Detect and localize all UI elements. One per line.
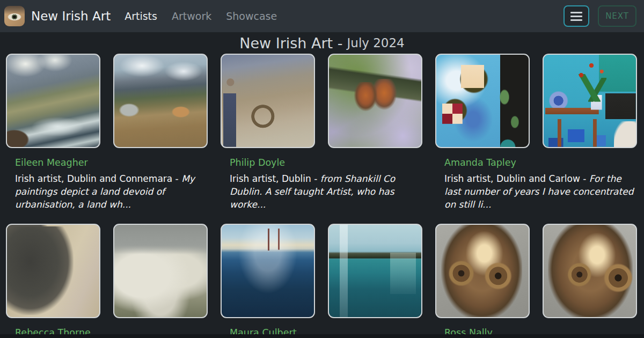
artist-location: Irish artist, Dublin -: [230, 173, 320, 184]
artwork-thumbnail[interactable]: [113, 224, 208, 318]
nav-link-artwork[interactable]: Artwork: [172, 10, 211, 22]
main-nav: Artists Artwork Showcase: [125, 10, 277, 22]
topbar-actions: NEXT: [564, 5, 636, 27]
artist-description: Irish artist, Dublin and Carlow - For th…: [444, 172, 636, 211]
artist-location: Irish artist, Dublin and Carlow -: [444, 173, 589, 184]
artwork-thumbnail[interactable]: [435, 224, 530, 318]
top-navigation-bar: New Irish Art Artists Artwork Showcase N…: [0, 0, 644, 32]
artist-description: Irish artist, Dublin - from Shankill Co …: [230, 172, 422, 211]
artwork-thumbnail[interactable]: [543, 224, 637, 318]
artist-card: Maura Culbert Irish artist, Dublin - Mau…: [221, 224, 422, 338]
artist-info: Philip Doyle Irish artist, Dublin - from…: [221, 157, 422, 211]
site-logo-eye-icon[interactable]: [4, 6, 25, 26]
artwork-pair: [6, 224, 208, 318]
nav-link-showcase[interactable]: Showcase: [226, 10, 277, 22]
artist-name-link[interactable]: Eileen Meagher: [15, 157, 88, 168]
artwork-thumbnail[interactable]: [543, 54, 637, 148]
artwork-pair: [6, 54, 208, 148]
artwork-thumbnail[interactable]: [6, 54, 100, 148]
artist-name-link[interactable]: Amanda Tapley: [444, 157, 516, 168]
artwork-pair: [221, 224, 422, 318]
artwork-pair: [435, 54, 637, 148]
page-title-period: July 2024: [347, 36, 405, 50]
artist-card: Amanda Tapley Irish artist, Dublin and C…: [435, 54, 637, 211]
artwork-thumbnail[interactable]: [435, 54, 530, 148]
artwork-thumbnail[interactable]: [221, 224, 315, 318]
page-title-main: New Irish Art -: [239, 35, 342, 52]
artist-name-link[interactable]: Philip Doyle: [230, 157, 285, 168]
artwork-thumbnail[interactable]: [328, 54, 422, 148]
footer-strip: [0, 334, 644, 338]
artist-info: Eileen Meagher Irish artist, Dublin and …: [6, 157, 208, 211]
hamburger-menu-button[interactable]: [564, 5, 589, 27]
artwork-thumbnail[interactable]: [221, 54, 315, 148]
artist-card: Rebecca Thorne Irish artist, Offaly - Th…: [6, 224, 208, 338]
next-page-button[interactable]: NEXT: [598, 5, 636, 27]
artwork-thumbnail[interactable]: [113, 54, 208, 148]
artist-info: Amanda Tapley Irish artist, Dublin and C…: [435, 157, 637, 211]
nav-link-artists[interactable]: Artists: [125, 10, 157, 22]
artist-card: Philip Doyle Irish artist, Dublin - from…: [221, 54, 422, 211]
artist-description: Irish artist, Dublin and Connemara - My …: [15, 172, 207, 211]
brand-title[interactable]: New Irish Art: [31, 9, 111, 23]
artist-card: Eileen Meagher Irish artist, Dublin and …: [6, 54, 208, 211]
hamburger-icon: [570, 12, 582, 13]
page-title: New Irish Art - July 2024: [0, 32, 644, 54]
artwork-pair: [221, 54, 422, 148]
artwork-thumbnail[interactable]: [6, 224, 100, 318]
artist-location: Irish artist, Dublin and Connemara -: [15, 173, 181, 184]
artwork-thumbnail[interactable]: [328, 224, 422, 318]
artist-card: Ross Nally Irish artist, Westmeath - I c…: [435, 224, 637, 338]
artist-grid: Eileen Meagher Irish artist, Dublin and …: [0, 54, 644, 338]
artwork-pair: [435, 224, 637, 318]
